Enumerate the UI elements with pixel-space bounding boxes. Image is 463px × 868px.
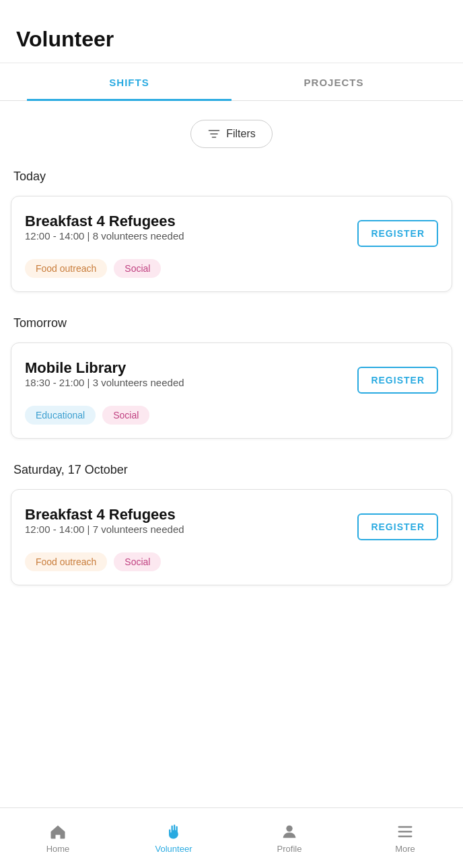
- tags-row: Educational Social: [25, 406, 438, 425]
- card-info: Breakfast 4 Refugees 12:00 - 14:00 | 7 v…: [25, 506, 184, 547]
- card-top: Mobile Library 18:30 - 21:00 | 3 volunte…: [25, 359, 438, 400]
- main-content: Filters Today Breakfast 4 Refugees 12:00…: [0, 101, 463, 669]
- filters-button[interactable]: Filters: [190, 120, 273, 148]
- card-subtitle: 18:30 - 21:00 | 3 volunteers needed: [25, 377, 184, 388]
- menu-icon: [396, 822, 415, 841]
- tag-food-outreach-saturday: Food outreach: [25, 552, 107, 571]
- tags-row: Food outreach Social: [25, 552, 438, 571]
- home-icon: [48, 822, 67, 841]
- nav-item-home[interactable]: Home: [0, 808, 116, 868]
- section-label-tomorrow: Tomorrow: [0, 308, 463, 337]
- tabs-bar: SHIFTS PROJECTS: [0, 63, 463, 101]
- tag-social-tomorrow: Social: [102, 406, 149, 425]
- nav-label-more: More: [395, 844, 415, 854]
- card-mobile-library: Mobile Library 18:30 - 21:00 | 3 volunte…: [11, 342, 452, 439]
- nav-item-volunteer[interactable]: Volunteer: [116, 808, 232, 868]
- tab-projects[interactable]: PROJECTS: [232, 63, 436, 101]
- section-saturday: Saturday, 17 October Breakfast 4 Refugee…: [0, 455, 463, 585]
- section-label-saturday: Saturday, 17 October: [0, 455, 463, 484]
- card-top: Breakfast 4 Refugees 12:00 - 14:00 | 8 v…: [25, 213, 438, 254]
- tag-food-outreach: Food outreach: [25, 259, 107, 278]
- person-icon: [280, 822, 299, 841]
- tag-social-saturday: Social: [114, 552, 161, 571]
- tab-shifts[interactable]: SHIFTS: [27, 63, 232, 101]
- section-today: Today Breakfast 4 Refugees 12:00 - 14:00…: [0, 161, 463, 292]
- card-title: Mobile Library: [25, 359, 184, 377]
- card-info: Mobile Library 18:30 - 21:00 | 3 volunte…: [25, 359, 184, 400]
- section-tomorrow: Tomorrow Mobile Library 18:30 - 21:00 | …: [0, 308, 463, 439]
- register-button-tomorrow[interactable]: REGISTER: [357, 367, 438, 394]
- nav-item-more[interactable]: More: [347, 808, 463, 868]
- tag-social-today: Social: [114, 259, 161, 278]
- hand-icon: [164, 822, 183, 841]
- card-subtitle: 12:00 - 14:00 | 8 volunteers needed: [25, 230, 184, 242]
- nav-label-volunteer: Volunteer: [155, 844, 192, 854]
- tag-educational: Educational: [25, 406, 96, 425]
- filters-label: Filters: [226, 128, 256, 140]
- card-top: Breakfast 4 Refugees 12:00 - 14:00 | 7 v…: [25, 506, 438, 547]
- header: Volunteer: [0, 0, 463, 63]
- filters-row: Filters: [0, 101, 463, 161]
- tags-row: Food outreach Social: [25, 259, 438, 278]
- card-subtitle: 12:00 - 14:00 | 7 volunteers needed: [25, 523, 184, 535]
- svg-point-3: [286, 826, 292, 832]
- card-breakfast-4-refugees-today: Breakfast 4 Refugees 12:00 - 14:00 | 8 v…: [11, 196, 452, 292]
- nav-label-home: Home: [46, 844, 70, 854]
- nav-item-profile[interactable]: Profile: [232, 808, 347, 868]
- section-label-today: Today: [0, 161, 463, 190]
- nav-label-profile: Profile: [277, 844, 302, 854]
- filter-icon: [207, 127, 221, 141]
- register-button-saturday[interactable]: REGISTER: [357, 513, 438, 540]
- card-breakfast-4-refugees-saturday: Breakfast 4 Refugees 12:00 - 14:00 | 7 v…: [11, 489, 452, 585]
- register-button-today[interactable]: REGISTER: [357, 220, 438, 247]
- page-title: Volunteer: [16, 27, 447, 52]
- card-info: Breakfast 4 Refugees 12:00 - 14:00 | 8 v…: [25, 213, 184, 254]
- card-title: Breakfast 4 Refugees: [25, 506, 184, 523]
- bottom-nav: Home Volunteer Profile More: [0, 807, 463, 868]
- card-title: Breakfast 4 Refugees: [25, 213, 184, 230]
